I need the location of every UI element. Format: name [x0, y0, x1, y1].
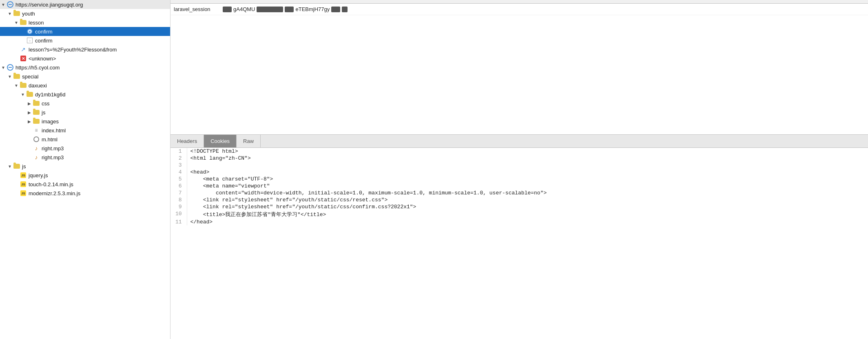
tab-raw[interactable]: Raw: [237, 135, 261, 147]
line-code: <link rel="stylesheet" href="/youth/stat…: [187, 203, 868, 210]
tree-label: https://h5.cyol.com: [16, 65, 60, 71]
code-line: 2<html lang="zh-CN">: [170, 155, 868, 162]
tree-label: css: [42, 100, 50, 107]
sidebar-item-right-mp3-2[interactable]: ♪right.mp3: [0, 153, 170, 162]
tree-arrow[interactable]: [26, 119, 33, 124]
tree-arrow[interactable]: [26, 101, 33, 106]
line-number: 8: [170, 196, 187, 203]
globe-icon: [7, 1, 14, 8]
line-number: 1: [170, 148, 187, 155]
globe-icon: [7, 64, 14, 71]
tree-label: index.html: [42, 127, 66, 134]
folder-icon: [33, 118, 40, 125]
line-number: 5: [170, 176, 187, 183]
cookie-name: laravel_session: [174, 6, 223, 12]
line-code: <link rel="stylesheet" href="/youth/stat…: [187, 196, 868, 203]
sidebar-item-dy1mb1kg6d[interactable]: dy1mb1kg6d: [0, 90, 170, 99]
code-line: 3: [170, 162, 868, 169]
js-icon: JS: [20, 172, 27, 178]
sidebar-item-confirm-cookie[interactable]: ●confirm: [0, 27, 170, 36]
line-number: 2: [170, 155, 187, 162]
circle-page-icon: [33, 136, 40, 143]
bottom-section: HeadersCookiesRaw 1<!DOCTYPE html>2<html…: [170, 135, 868, 339]
folder-icon: [33, 100, 40, 107]
sidebar: https://service.jiangsugqt.orgyouthlesso…: [0, 0, 170, 339]
code-line: 11</head>: [170, 219, 868, 225]
sidebar-item-url-jiangsugqt[interactable]: https://service.jiangsugqt.org: [0, 0, 170, 9]
table-row[interactable]: laravel_sessiongA4QMUeTEBmjH77gy: [170, 4, 868, 15]
line-code: <meta name="viewport": [187, 183, 868, 190]
code-table: 1<!DOCTYPE html>2<html lang="zh-CN">34<h…: [170, 148, 868, 225]
tree-label: special: [22, 74, 38, 80]
tree-arrow[interactable]: [7, 11, 13, 16]
line-number: 4: [170, 169, 187, 176]
sidebar-item-css-folder[interactable]: css: [0, 99, 170, 108]
tab-headers[interactable]: Headers: [170, 135, 204, 147]
tree-arrow[interactable]: [13, 20, 20, 25]
tree-label: right.mp3: [42, 145, 64, 152]
sidebar-item-lesson-redirect[interactable]: ↗lesson?s=%2Fyouth%2Flesson&from: [0, 45, 170, 54]
line-code: <html lang="zh-CN">: [187, 155, 868, 162]
sidebar-item-unknown[interactable]: ✕<unknown>: [0, 54, 170, 63]
tree-arrow[interactable]: [13, 83, 20, 88]
tree-label: lesson: [29, 20, 44, 26]
code-line: 6 <meta name="viewport": [170, 183, 868, 190]
tree-arrow[interactable]: [7, 164, 13, 169]
sidebar-item-touch-js[interactable]: JStouch-0.2.14.min.js: [0, 180, 170, 189]
sidebar-item-daxuexi[interactable]: daxuexi: [0, 81, 170, 90]
sidebar-item-modernizr-js[interactable]: JSmodernizr.2.5.3.min.js: [0, 189, 170, 198]
tab-cookies[interactable]: Cookies: [204, 135, 237, 147]
html-page-icon: ○: [26, 37, 33, 44]
sidebar-item-youth[interactable]: youth: [0, 9, 170, 18]
line-code: </head>: [187, 219, 868, 225]
sidebar-item-jquery-js[interactable]: JSjquery.js: [0, 171, 170, 180]
sidebar-item-js-root-folder[interactable]: js: [0, 162, 170, 171]
code-line: 7 content="width=device-width, initial-s…: [170, 190, 868, 196]
tree-label: jquery.js: [29, 172, 48, 178]
sidebar-item-m-html[interactable]: m.html: [0, 135, 170, 144]
sidebar-item-right-mp3-1[interactable]: ♪right.mp3: [0, 144, 170, 153]
folder-icon: [26, 91, 33, 98]
tree-label: daxuexi: [29, 83, 47, 89]
cookie-icon: ●: [26, 28, 33, 35]
sidebar-item-confirm-page[interactable]: ○confirm: [0, 36, 170, 45]
redacted-block: [285, 7, 294, 12]
line-number: 7: [170, 190, 187, 196]
line-number: 10: [170, 210, 187, 219]
file-equal-icon: ≡: [33, 127, 40, 134]
tree-label: dy1mb1kg6d: [35, 91, 65, 98]
tree-arrow[interactable]: [0, 65, 7, 70]
sidebar-item-images-folder[interactable]: images: [0, 117, 170, 126]
line-code: <title>我正在参加江苏省"青年大学习"</title>: [187, 210, 868, 219]
tree-label: https://service.jiangsugqt.org: [16, 2, 83, 8]
line-code: <!DOCTYPE html>: [187, 148, 868, 155]
folder-icon: [13, 73, 20, 80]
tree-label: touch-0.2.14.min.js: [29, 181, 73, 187]
code-line: 1<!DOCTYPE html>: [170, 148, 868, 155]
tree-arrow[interactable]: [26, 110, 33, 115]
tree-label: js: [22, 163, 26, 170]
tree-label: js: [42, 109, 45, 116]
redacted-block: [257, 7, 283, 12]
table-rows: laravel_sessiongA4QMUeTEBmjH77gy: [170, 4, 868, 15]
tree-label: confirm: [35, 38, 53, 44]
redacted-block: [223, 7, 232, 12]
sidebar-item-special[interactable]: special: [0, 72, 170, 81]
tree-arrow[interactable]: [0, 2, 7, 7]
sidebar-item-js-folder[interactable]: js: [0, 108, 170, 117]
code-line: 4<head>: [170, 169, 868, 176]
line-number: 9: [170, 203, 187, 210]
folder-icon: [20, 19, 27, 26]
audio-icon: ♪: [33, 145, 40, 152]
code-line: 8 <link rel="stylesheet" href="/youth/st…: [170, 196, 868, 203]
sidebar-item-lesson[interactable]: lesson: [0, 18, 170, 27]
tree-label: lesson?s=%2Fyouth%2Flesson&from: [29, 47, 117, 53]
tree-arrow[interactable]: [20, 92, 26, 97]
sidebar-item-index-html[interactable]: ≡index.html: [0, 126, 170, 135]
line-number: 11: [170, 219, 187, 225]
js-icon: JS: [20, 181, 27, 187]
line-code: [187, 162, 868, 169]
tree-arrow[interactable]: [7, 74, 13, 79]
sidebar-item-url-h5cyol[interactable]: https://h5.cyol.com: [0, 63, 170, 72]
error-icon: ✕: [20, 55, 27, 62]
